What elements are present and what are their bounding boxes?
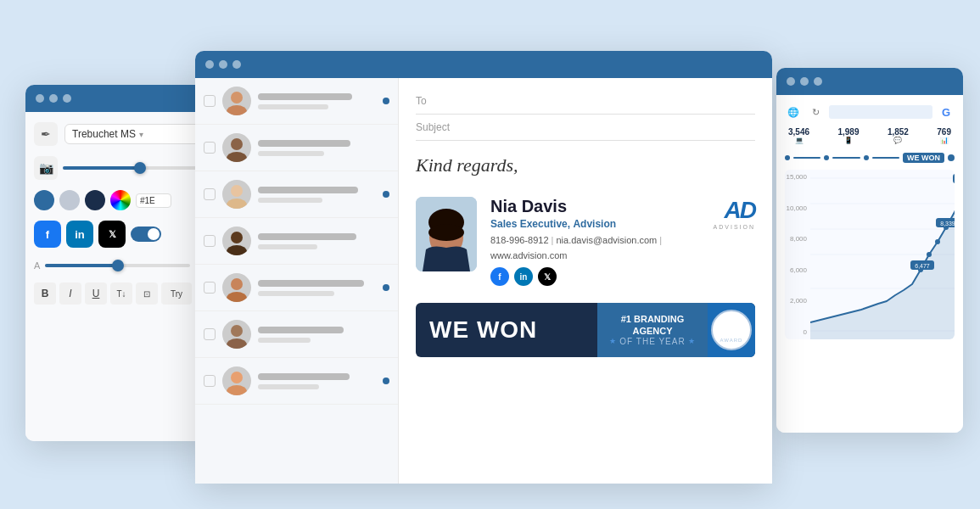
dot-3 — [232, 60, 241, 69]
font-row: ✒ Trebuchet MS ▾ — [34, 122, 204, 146]
facebook-icon[interactable]: f — [34, 221, 61, 248]
chart-label: 8,000 — [785, 235, 810, 243]
format-row: B I U T↓ ⊡ Try — [34, 282, 204, 305]
banner-agency-info: #1 BRANDING AGENCY ★ OF THE YEAR ★ — [597, 303, 708, 357]
filter-badge[interactable]: WE WON — [903, 153, 944, 163]
list-item[interactable] — [195, 311, 398, 358]
analytics-filter: WE WON — [785, 153, 955, 163]
company-text: Advision — [573, 218, 616, 230]
email-name-bar — [258, 327, 344, 333]
color-hex-input[interactable]: #1E — [136, 193, 171, 208]
bold-button[interactable]: B — [34, 282, 56, 305]
try-button[interactable]: Try — [161, 282, 192, 305]
google-icon[interactable]: G — [938, 103, 955, 120]
center-titlebar — [195, 51, 772, 78]
analytics-stats: 3,546 💻 1,989 📱 1,852 💬 769 📊 — [785, 127, 955, 144]
email-info — [258, 373, 376, 389]
font-size-row: A A — [34, 258, 204, 272]
award-banner: WE WON #1 BRANDING AGENCY ★ OF THE YEAR … — [416, 303, 755, 357]
linkedin-social-icon[interactable]: in — [514, 267, 533, 286]
color-swatch-blue[interactable] — [34, 190, 54, 210]
linkedin-icon[interactable]: in — [66, 221, 93, 248]
email-checkbox[interactable] — [204, 375, 216, 387]
italic-button[interactable]: I — [59, 282, 81, 305]
to-field[interactable]: To — [416, 95, 755, 115]
twitter-social-icon[interactable]: 𝕏 — [538, 267, 557, 286]
email-name-bar — [258, 280, 364, 287]
unread-dot — [383, 191, 389, 198]
filter-line-3 — [872, 157, 899, 159]
unread-dot — [383, 284, 389, 291]
list-item[interactable] — [195, 78, 398, 125]
signature-website: www.advision.com — [490, 250, 700, 260]
globe-icon[interactable]: 🌐 — [785, 103, 802, 120]
email-name-bar — [258, 233, 356, 240]
stat-num-desktop: 3,546 — [788, 127, 809, 137]
email-info — [258, 233, 389, 249]
list-item[interactable] — [195, 358, 398, 405]
svg-point-1 — [227, 105, 247, 115]
chart-label: 15,000 — [785, 173, 810, 181]
logo-letters: AD — [725, 197, 755, 224]
list-item[interactable] — [195, 125, 398, 171]
svg-rect-35 — [953, 174, 955, 183]
svg-point-8 — [231, 278, 243, 290]
social-row: f in 𝕏 — [34, 221, 204, 248]
dot-2 — [219, 60, 227, 69]
camera-icon[interactable]: 📷 — [34, 156, 58, 180]
banner-main: WE WON — [416, 318, 597, 342]
image-button[interactable]: ⊡ — [136, 282, 158, 305]
email-preview-bar — [258, 338, 311, 343]
dot-2 — [49, 94, 58, 103]
separator2: | — [659, 235, 662, 245]
size-slider[interactable] — [63, 166, 204, 170]
stat-other: 769 📊 — [937, 127, 951, 144]
email-checkbox[interactable] — [204, 188, 216, 200]
stat-num-other: 769 — [937, 127, 951, 137]
email-checkbox[interactable] — [204, 328, 216, 340]
svg-point-10 — [231, 325, 243, 337]
hashtag-text: #1 — [621, 314, 631, 324]
avatar — [222, 87, 251, 115]
badge-label: AWARD — [720, 338, 743, 343]
email-checkbox[interactable] — [204, 95, 216, 107]
signature-socials: f in 𝕏 — [490, 267, 700, 286]
svg-point-11 — [227, 338, 247, 349]
color-picker-icon[interactable] — [110, 190, 131, 210]
url-bar[interactable] — [829, 105, 932, 119]
font-size-slider[interactable] — [45, 264, 190, 267]
desktop-icon: 💻 — [788, 137, 809, 144]
email-preview-bar — [258, 384, 319, 389]
email-checkbox[interactable] — [204, 235, 216, 247]
stat-desktop: 3,546 💻 — [788, 127, 809, 144]
svg-point-19 — [428, 224, 464, 241]
list-item[interactable] — [195, 171, 398, 218]
subject-field[interactable]: Subject — [416, 121, 755, 141]
analytics-titlebar — [776, 68, 963, 95]
signature-icon[interactable]: ✒ — [34, 122, 58, 146]
twitter-x-icon[interactable]: 𝕏 — [98, 221, 126, 248]
avatar — [222, 366, 251, 395]
email-text: nia.davis@advision.com — [557, 235, 658, 245]
refresh-icon[interactable]: ↻ — [807, 103, 824, 120]
facebook-social-icon[interactable]: f — [490, 267, 509, 286]
color-swatch-gray[interactable] — [59, 190, 80, 210]
list-item[interactable] — [195, 265, 398, 311]
social-toggle[interactable] — [131, 227, 161, 242]
filter-dot — [785, 155, 790, 160]
color-swatch-dark[interactable] — [85, 190, 105, 210]
avatar — [222, 320, 251, 349]
list-item[interactable] — [195, 218, 398, 265]
underline-button[interactable]: U — [85, 282, 107, 305]
dot-2 — [800, 77, 809, 86]
font-selector[interactable]: Trebuchet MS ▾ — [64, 124, 204, 144]
email-checkbox[interactable] — [204, 282, 216, 294]
star-icon-2: ★ — [688, 337, 696, 345]
email-preview: To Subject Kind regards, — [399, 78, 772, 484]
subscript-button[interactable]: T↓ — [110, 282, 132, 305]
svg-point-29 — [927, 252, 932, 257]
svg-text:8,339: 8,339 — [940, 221, 955, 227]
email-checkbox[interactable] — [204, 142, 216, 154]
other-icon: 📊 — [937, 137, 951, 144]
company-logo: AD ADVISION — [714, 197, 755, 230]
